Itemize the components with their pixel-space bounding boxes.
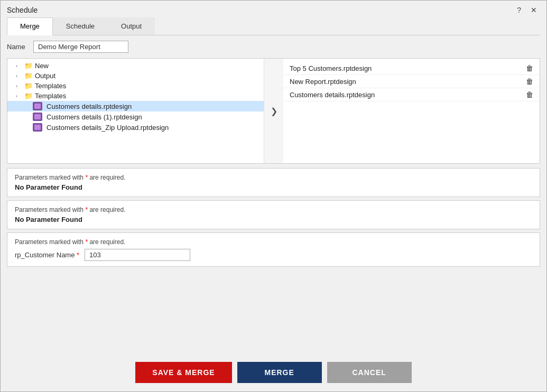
- right-list-item-label: Top 5 Customers.rptdesign: [290, 64, 372, 72]
- right-list-item: Top 5 Customers.rptdesign 🗑: [283, 62, 540, 75]
- folder-icon: 📁: [24, 62, 33, 70]
- add-to-list-button[interactable]: ❯: [271, 106, 277, 116]
- tab-output[interactable]: Output: [108, 17, 155, 35]
- param-panel-3: Parameters marked with * are required. r…: [7, 232, 540, 267]
- merge-button[interactable]: MERGE: [237, 362, 322, 383]
- arrow-column: ❯: [264, 59, 283, 163]
- tab-schedule[interactable]: Schedule: [53, 17, 108, 35]
- delete-icon[interactable]: 🗑: [526, 64, 533, 72]
- tree-item-templates1[interactable]: › 📁 Templates: [7, 81, 264, 91]
- title-icons: ? ✕: [514, 5, 540, 15]
- name-row: Name: [7, 41, 540, 53]
- rpt-file-icon: [33, 102, 42, 110]
- right-list-item-label: New Report.rptdesign: [290, 78, 356, 86]
- delete-icon[interactable]: 🗑: [526, 77, 533, 86]
- tree-item-customers-details-1[interactable]: › Customers details (1).rptdesign: [7, 111, 264, 122]
- param-hint-3: Parameters marked with * are required.: [15, 238, 532, 246]
- rpt-file-icon: [33, 123, 42, 132]
- tree-item-label: New: [35, 62, 49, 70]
- chevron-right-icon: ›: [16, 73, 22, 79]
- param-row-3: rp_Customer Name *: [15, 249, 532, 261]
- tabs: Merge Schedule Output: [7, 17, 540, 35]
- tab-merge[interactable]: Merge: [7, 17, 53, 35]
- tree-item-label: Templates: [35, 92, 66, 100]
- folder-icon: 📁: [24, 82, 33, 90]
- right-list: Top 5 Customers.rptdesign 🗑 New Report.r…: [283, 59, 540, 163]
- tree-item-customers-details[interactable]: › Customers details.rptdesign: [7, 101, 264, 111]
- param-panel-2: Parameters marked with * are required. N…: [7, 200, 540, 229]
- file-panel: › 📁 New › 📁 Output › 📁 Templates: [7, 58, 540, 164]
- no-param-2: No Parameter Found: [15, 216, 532, 223]
- required-star: *: [85, 206, 88, 213]
- tree-item-new[interactable]: › 📁 New: [7, 61, 264, 71]
- chevron-right-icon: ›: [16, 94, 22, 99]
- right-list-item: Customers details.rptdesign 🗑: [283, 88, 540, 101]
- dialog: Schedule ? ✕ Merge Schedule Output Name …: [0, 0, 547, 392]
- param-hint-1: Parameters marked with * are required.: [15, 174, 532, 181]
- chevron-right-icon: ›: [16, 83, 22, 89]
- cancel-button[interactable]: CANCEL: [327, 362, 412, 383]
- right-list-item: New Report.rptdesign 🗑: [283, 75, 540, 88]
- tree-item-label: Templates: [35, 82, 66, 90]
- tree-item-label: Customers details (1).rptdesign: [47, 113, 142, 121]
- dialog-content: Merge Schedule Output Name › 📁 New ›: [1, 17, 546, 354]
- name-label: Name: [7, 43, 28, 51]
- close-button[interactable]: ✕: [527, 5, 540, 15]
- footer: SAVE & MERGE MERGE CANCEL: [1, 354, 546, 391]
- dialog-title: Schedule: [7, 6, 38, 14]
- tree-item-label: Output: [35, 72, 55, 80]
- name-input[interactable]: [33, 41, 128, 53]
- tree-item-label: Customers details_Zip Upload.rptdesign: [47, 124, 169, 132]
- tree-item-customers-details-zip[interactable]: › Customers details_Zip Upload.rptdesign: [7, 122, 264, 133]
- required-star: *: [85, 174, 88, 181]
- param-input-customer[interactable]: [85, 249, 190, 261]
- save-merge-button[interactable]: SAVE & MERGE: [135, 362, 231, 383]
- tree-item-label: Customers details.rptdesign: [47, 102, 132, 110]
- chevron-right-icon: ›: [16, 63, 22, 69]
- file-tree: › 📁 New › 📁 Output › 📁 Templates: [7, 59, 264, 163]
- folder-icon: 📁: [24, 92, 33, 100]
- param-hint-2: Parameters marked with * are required.: [15, 206, 532, 213]
- required-star: *: [85, 238, 88, 246]
- tree-item-templates2[interactable]: › 📁 Templates: [7, 91, 264, 101]
- help-button[interactable]: ?: [514, 5, 524, 15]
- param-panel-1: Parameters marked with * are required. N…: [7, 168, 540, 197]
- param-label-customer: rp_Customer Name *: [15, 251, 79, 259]
- folder-icon: 📁: [24, 72, 33, 80]
- rpt-file-icon: [33, 113, 42, 121]
- tree-item-output[interactable]: › 📁 Output: [7, 71, 264, 81]
- title-bar: Schedule ? ✕: [1, 1, 546, 17]
- delete-icon[interactable]: 🗑: [526, 90, 533, 99]
- right-list-item-label: Customers details.rptdesign: [290, 91, 375, 99]
- no-param-1: No Parameter Found: [15, 183, 532, 191]
